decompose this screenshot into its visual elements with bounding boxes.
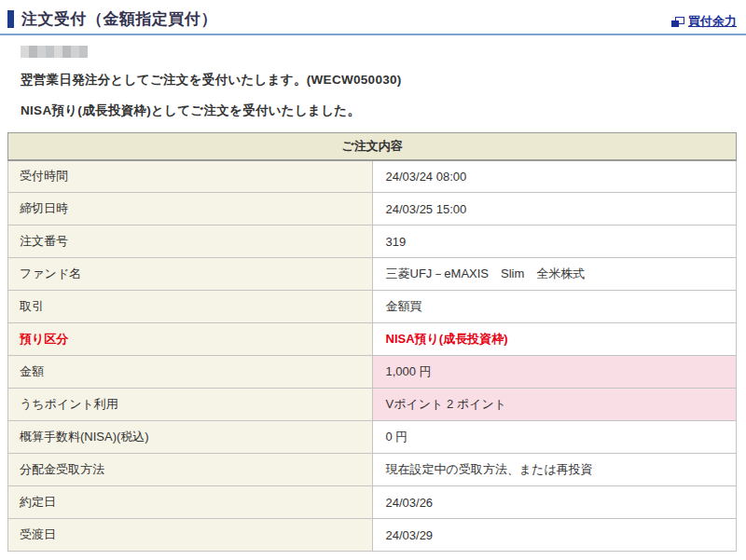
- table-row: 受渡日 24/03/29: [8, 519, 737, 552]
- row-label: 分配金受取方法: [8, 454, 373, 486]
- table-row: 締切日時 24/03/25 15:00: [8, 193, 737, 225]
- redacted-account-info: [21, 46, 88, 58]
- row-value: Vポイント 2 ポイント: [372, 389, 737, 421]
- title-wrap: 注文受付（金額指定買付）: [7, 8, 217, 30]
- row-value: 24/03/26: [372, 486, 737, 519]
- table-row-deposit-type: 預り区分 NISA預り(成長投資枠): [8, 323, 737, 356]
- row-label: ファンド名: [8, 258, 373, 291]
- table-row: 分配金受取方法 現在設定中の受取方法、または再投資: [8, 454, 737, 486]
- page-title: 注文受付（金額指定買付）: [21, 8, 217, 30]
- order-details-table: ご注文内容 受付時間 24/03/24 08:00 締切日時 24/03/25 …: [7, 132, 737, 552]
- table-row: ファンド名 三菱UFJ－eMAXIS Slim 全米株式: [8, 258, 737, 291]
- page-header: 注文受付（金額指定買付） 買付余力: [0, 0, 746, 35]
- row-value: 三菱UFJ－eMAXIS Slim 全米株式: [372, 258, 737, 291]
- table-row: 受付時間 24/03/24 08:00: [8, 160, 737, 193]
- table-row: 概算手数料(NISA)(税込) 0 円: [8, 421, 737, 454]
- popup-window-icon: [671, 17, 684, 27]
- row-value: 現在設定中の受取方法、または再投資: [372, 454, 737, 486]
- table-row: 注文番号 319: [8, 225, 737, 258]
- row-value: 0 円: [372, 421, 737, 454]
- row-value: NISA預り(成長投資枠): [372, 323, 737, 356]
- table-caption: ご注文内容: [8, 133, 737, 160]
- row-label: 注文番号: [8, 225, 373, 258]
- buying-power-link[interactable]: 買付余力: [671, 13, 737, 30]
- row-value: 24/03/25 15:00: [372, 193, 737, 225]
- buying-power-link-label: 買付余力: [688, 13, 737, 30]
- title-accent-bar: [7, 10, 14, 28]
- row-label: 取引: [8, 291, 373, 323]
- row-label: うちポイント利用: [8, 389, 373, 421]
- row-value: 24/03/29: [372, 519, 737, 552]
- notice-line-1: 翌営業日発注分としてご注文を受付いたします。(WECW050030): [21, 72, 746, 89]
- row-label: 受付時間: [8, 160, 373, 193]
- row-value: 金額買: [372, 291, 737, 323]
- table-row: 約定日 24/03/26: [8, 486, 737, 519]
- notice-line-2: NISA預り(成長投資枠)としてご注文を受付いたしました。: [21, 102, 746, 119]
- row-label: 約定日: [8, 486, 373, 519]
- row-value: 319: [372, 225, 737, 258]
- row-value: 24/03/24 08:00: [372, 160, 737, 193]
- table-caption-row: ご注文内容: [8, 133, 737, 160]
- table-row: 取引 金額買: [8, 291, 737, 323]
- row-label: 金額: [8, 356, 373, 389]
- row-label: 預り区分: [8, 323, 373, 356]
- row-label: 受渡日: [8, 519, 373, 552]
- row-label: 締切日時: [8, 193, 373, 225]
- table-row-amount: 金額 1,000 円: [8, 356, 737, 389]
- table-row-points-used: うちポイント利用 Vポイント 2 ポイント: [8, 389, 737, 421]
- row-label: 概算手数料(NISA)(税込): [8, 421, 373, 454]
- row-value: 1,000 円: [372, 356, 737, 389]
